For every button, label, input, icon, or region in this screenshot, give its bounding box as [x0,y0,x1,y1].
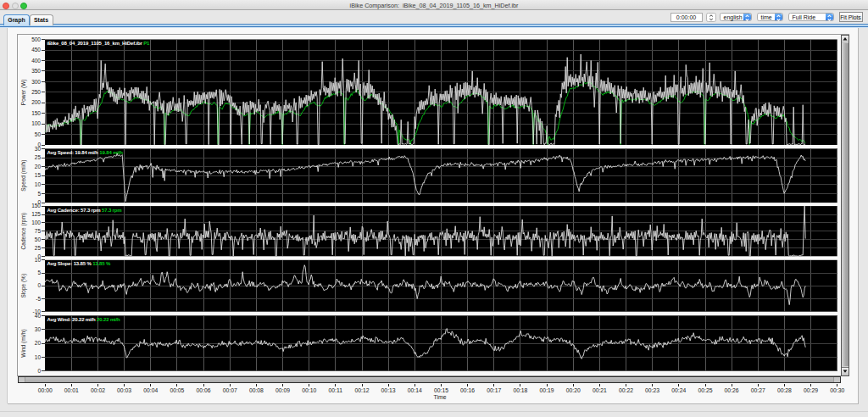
svg-text:Wind (mi/h): Wind (mi/h) [20,329,27,357]
svg-text:5: 5 [37,270,41,275]
svg-text:00:30: 00:30 [830,387,844,393]
svg-text:10: 10 [35,181,42,187]
svg-text:25: 25 [35,154,42,160]
svg-text:Cadence (rpm): Cadence (rpm) [20,213,27,249]
svg-text:00:09: 00:09 [275,387,290,393]
svg-text:00:10: 00:10 [302,387,316,393]
svg-text:450: 450 [31,47,41,53]
svg-text:5: 5 [37,191,41,197]
svg-text:00:01: 00:01 [64,387,79,393]
svg-text:150: 150 [31,203,41,208]
svg-text:350: 350 [31,68,41,74]
svg-text:00:27: 00:27 [751,387,765,393]
svg-text:25: 25 [35,245,42,251]
svg-text:00:25: 00:25 [698,387,712,393]
svg-text:00:26: 00:26 [725,387,739,393]
svg-text:00:11: 00:11 [329,387,343,393]
svg-text:150: 150 [31,110,41,116]
svg-text:00:21: 00:21 [593,387,607,393]
svg-text:00:28: 00:28 [777,387,792,393]
svg-text:00:05: 00:05 [170,387,184,393]
svg-text:15: 15 [35,172,42,178]
svg-text:Power (W): Power (W) [20,79,27,105]
svg-text:00:08: 00:08 [249,387,264,393]
svg-text:20: 20 [35,340,42,346]
svg-text:00:19: 00:19 [540,387,554,393]
svg-text:250: 250 [31,89,41,95]
svg-text:100: 100 [31,120,41,126]
svg-text:0: 0 [37,282,41,288]
svg-text:10: 10 [35,257,42,263]
svg-text:00:20: 00:20 [566,387,581,393]
svg-text:00:29: 00:29 [804,387,818,393]
svg-text:00:23: 00:23 [645,387,659,393]
svg-text:Time: Time [434,394,447,400]
svg-text:Slope (%): Slope (%) [20,274,27,298]
svg-text:Avg Slope: 13.85 % 13.85 %: Avg Slope: 13.85 % 13.85 % [47,261,111,266]
svg-text:00:02: 00:02 [91,387,105,393]
svg-text:Speed (mi/h): Speed (mi/h) [20,160,27,192]
svg-text:10: 10 [35,354,42,360]
svg-text:00:00: 00:00 [38,387,53,393]
svg-text:125: 125 [31,211,41,217]
svg-text:00:04: 00:04 [143,387,158,393]
svg-text:Avg Wind: 20.22 mi/h 20.22 mi/: Avg Wind: 20.22 mi/h 20.22 mi/h [47,317,121,322]
svg-text:300: 300 [31,79,41,85]
svg-text:50: 50 [35,131,42,137]
svg-text:Avg Cadence: 57.3 rpm 57.3 rpm: Avg Cadence: 57.3 rpm 57.3 rpm [47,208,122,213]
svg-text:75: 75 [35,228,42,234]
svg-text:50: 50 [35,236,42,242]
svg-text:00:22: 00:22 [619,387,633,393]
svg-text:200: 200 [31,99,41,105]
svg-text:00:16: 00:16 [460,387,475,393]
svg-text:-5: -5 [36,296,41,302]
svg-text:00:12: 00:12 [354,387,369,393]
svg-text:30: 30 [35,146,42,152]
svg-text:400: 400 [31,58,41,64]
svg-text:iBike_08_04_2019_1105_16_km_Hi: iBike_08_04_2019_1105_16_km_HiDef.ibr P1 [47,41,151,46]
svg-text:0: 0 [37,368,41,374]
svg-text:00:17: 00:17 [487,387,501,393]
svg-text:Avg Speed: 19.84 mi/h 19.84 mi: Avg Speed: 19.84 mi/h 19.84 mi/h [47,150,124,155]
svg-text:40: 40 [35,313,42,319]
svg-text:00:07: 00:07 [223,387,237,393]
svg-text:500: 500 [31,36,41,42]
svg-text:00:18: 00:18 [513,387,527,393]
svg-text:00:13: 00:13 [381,387,396,393]
svg-text:100: 100 [31,220,41,225]
svg-text:30: 30 [35,326,42,332]
svg-text:00:14: 00:14 [408,387,422,393]
svg-text:20: 20 [35,164,42,170]
svg-text:00:03: 00:03 [117,387,131,393]
svg-text:00:24: 00:24 [671,387,686,393]
svg-text:00:15: 00:15 [434,387,448,393]
svg-text:00:06: 00:06 [197,387,211,393]
